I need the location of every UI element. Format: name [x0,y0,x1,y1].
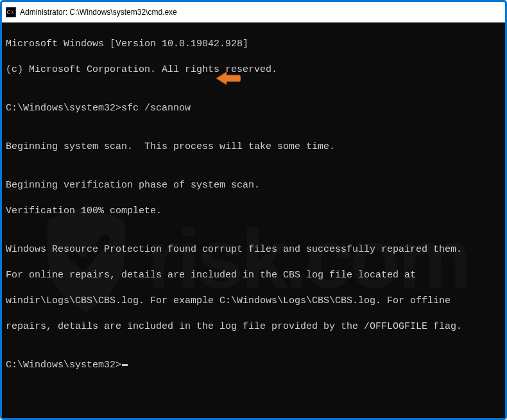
output-line: windir\Logs\CBS\CBS.log. For example C:\… [6,295,501,308]
output-line: For online repairs, details are included… [6,269,501,282]
titlebar[interactable]: C:\ Administrator: C:\Windows\system32\c… [2,2,505,22]
svg-text:C:\: C:\ [7,10,14,15]
prompt-line: C:\Windows\system32> [6,359,501,372]
output-line: repairs, details are included in the log… [6,320,501,333]
window-title: Administrator: C:\Windows\system32\cmd.e… [20,8,177,17]
output-line: Windows Resource Protection found corrup… [6,243,501,256]
cmd-window: C:\ Administrator: C:\Windows\system32\c… [0,0,507,420]
prompt-path: C:\Windows\system32> [6,360,121,371]
cmd-icon: C:\ [6,7,16,17]
output-line: (c) Microsoft Corporation. All rights re… [6,64,501,76]
terminal-output[interactable]: Microsoft Windows [Version 10.0.19042.92… [2,22,505,418]
output-line: Microsoft Windows [Version 10.0.19042.92… [6,38,501,51]
prompt-path: C:\Windows\system32> [6,103,121,114]
cursor [122,364,128,366]
output-line: Beginning verification phase of system s… [6,179,501,192]
prompt-line: C:\Windows\system32>sfc /scannow [6,102,501,115]
output-line: Verification 100% complete. [6,205,501,218]
output-line: Beginning system scan. This process will… [6,141,501,153]
entered-command: sfc /scannow [121,103,191,114]
